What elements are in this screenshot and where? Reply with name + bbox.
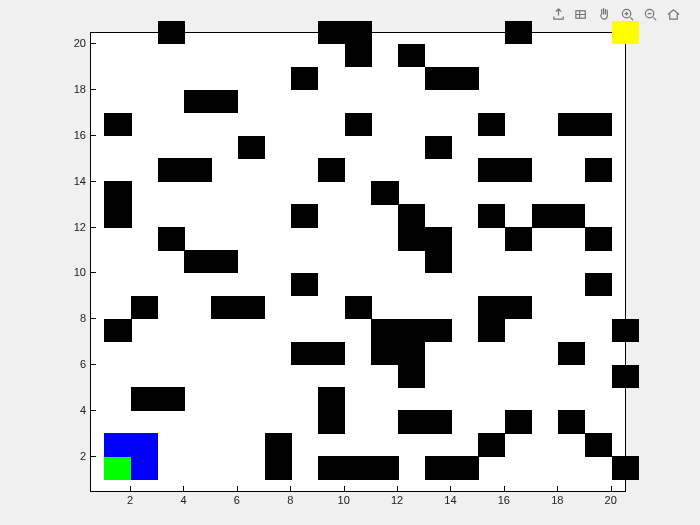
grid-cell <box>505 410 532 433</box>
y-tick-label: 12 <box>62 221 86 233</box>
grid-cell <box>585 273 612 296</box>
brush-icon[interactable] <box>573 6 590 23</box>
grid-cell <box>211 90 238 113</box>
grid-cell <box>345 456 372 479</box>
grid-cell <box>612 21 639 44</box>
grid-cell <box>104 433 131 456</box>
grid-cell <box>318 21 345 44</box>
grid-cell <box>345 21 372 44</box>
grid-cell <box>318 342 345 365</box>
figure-window: 24681012141618202468101214161820 <box>0 0 700 525</box>
grid-cell <box>184 90 211 113</box>
grid-cell <box>184 250 211 273</box>
grid-cell <box>585 227 612 250</box>
grid-cell <box>211 296 238 319</box>
grid-cell <box>612 456 639 479</box>
grid-cell <box>131 456 158 479</box>
grid-cell <box>345 296 372 319</box>
grid-cell <box>425 319 452 342</box>
grid-cell <box>585 158 612 181</box>
grid-cell <box>398 410 425 433</box>
grid-cell <box>291 67 318 90</box>
grid-cell <box>131 387 158 410</box>
grid-cell <box>505 227 532 250</box>
pan-icon[interactable] <box>596 6 613 23</box>
grid-cell <box>425 456 452 479</box>
grid-cell <box>104 456 131 479</box>
grid-cell <box>532 204 559 227</box>
y-tick-label: 18 <box>62 83 86 95</box>
grid-cell <box>131 433 158 456</box>
export-icon[interactable] <box>550 6 567 23</box>
grid-cell <box>478 158 505 181</box>
grid-cell <box>558 410 585 433</box>
grid-cell <box>398 319 425 342</box>
grid-cell <box>158 21 185 44</box>
grid-cell <box>451 456 478 479</box>
grid-cell <box>451 67 478 90</box>
x-tick-label: 12 <box>391 494 403 506</box>
grid-cell <box>398 227 425 250</box>
y-tick-label: 4 <box>62 404 86 416</box>
grid-cell <box>158 158 185 181</box>
grid-cell <box>318 387 345 410</box>
y-tick-label: 8 <box>62 312 86 324</box>
grid-cell <box>318 456 345 479</box>
grid-cell <box>558 113 585 136</box>
x-tick-label: 20 <box>605 494 617 506</box>
x-tick-label: 14 <box>444 494 456 506</box>
grid-cell <box>425 250 452 273</box>
grid-cell <box>158 227 185 250</box>
grid-cell <box>291 273 318 296</box>
grid-cell <box>585 113 612 136</box>
grid-cell <box>478 433 505 456</box>
grid-cell <box>345 44 372 67</box>
grid-cell <box>612 319 639 342</box>
grid-cell <box>612 365 639 388</box>
grid-cell <box>505 296 532 319</box>
grid-cell <box>184 158 211 181</box>
grid-cell <box>585 433 612 456</box>
grid-cell <box>371 456 398 479</box>
grid-cell <box>371 181 398 204</box>
grid-cell <box>478 204 505 227</box>
grid-cell <box>345 113 372 136</box>
grid-cell <box>478 319 505 342</box>
x-tick-label: 2 <box>127 494 133 506</box>
y-tick-label: 20 <box>62 37 86 49</box>
grid-cell <box>318 410 345 433</box>
home-icon[interactable] <box>665 6 682 23</box>
grid-cell <box>371 319 398 342</box>
grid-cell <box>265 433 292 456</box>
grid-cell <box>238 136 265 159</box>
grid-cell <box>131 296 158 319</box>
grid-cell <box>104 319 131 342</box>
x-tick-label: 10 <box>338 494 350 506</box>
grid-cell <box>425 410 452 433</box>
grid-cell <box>104 181 131 204</box>
grid-cell <box>398 44 425 67</box>
grid-cell <box>238 296 265 319</box>
grid-cell <box>104 113 131 136</box>
grid-cell <box>318 158 345 181</box>
grid-cell <box>291 204 318 227</box>
x-tick-label: 6 <box>234 494 240 506</box>
zoom-out-icon[interactable] <box>642 6 659 23</box>
grid-cell <box>558 204 585 227</box>
grid-cell <box>478 113 505 136</box>
grid-cell <box>265 456 292 479</box>
grid-cell <box>398 365 425 388</box>
y-tick-label: 6 <box>62 358 86 370</box>
x-tick-label: 16 <box>498 494 510 506</box>
grid-axes <box>90 32 626 492</box>
grid-cell <box>104 204 131 227</box>
grid-cell <box>505 21 532 44</box>
y-tick-label: 2 <box>62 450 86 462</box>
x-tick-label: 8 <box>287 494 293 506</box>
grid-cell <box>425 67 452 90</box>
y-tick-label: 10 <box>62 266 86 278</box>
grid-cell <box>211 250 238 273</box>
grid-cell <box>425 227 452 250</box>
x-tick-label: 18 <box>551 494 563 506</box>
grid-cell <box>398 342 425 365</box>
